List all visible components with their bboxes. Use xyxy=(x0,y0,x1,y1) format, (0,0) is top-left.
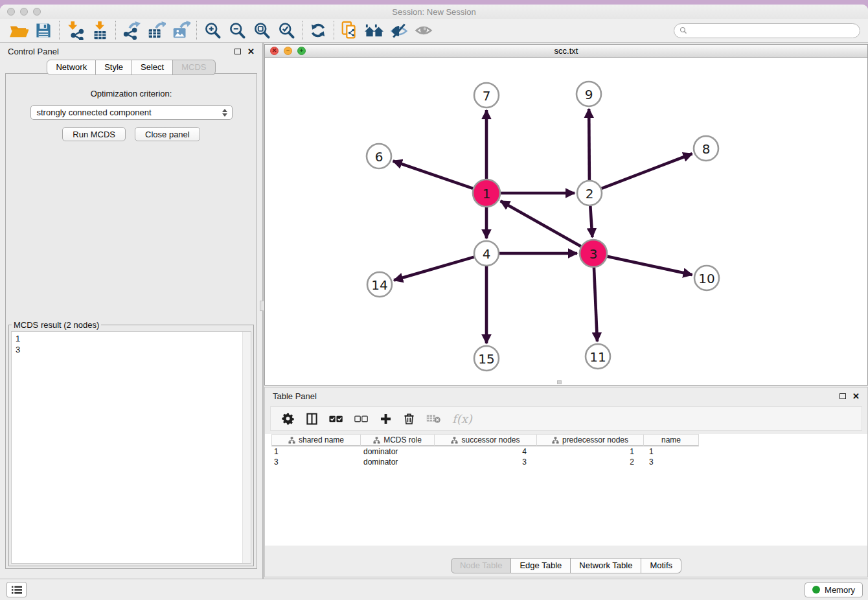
network-canvas[interactable]: 7968124314101511 xyxy=(265,58,867,385)
toolbar-separator xyxy=(302,21,303,40)
deselect-all-button[interactable] xyxy=(354,415,369,423)
table-cell[interactable]: 3 xyxy=(271,457,361,467)
tab-mcds[interactable]: MCDS xyxy=(173,60,215,75)
add-icon xyxy=(380,413,392,425)
mcds-result-title: MCDS result (2 nodes) xyxy=(12,320,101,330)
table-cell[interactable]: 1 xyxy=(644,446,699,457)
show-columns-button[interactable] xyxy=(306,413,318,425)
zoom-fit-icon xyxy=(253,21,271,40)
table-row[interactable]: 1dominator411 xyxy=(271,446,867,457)
zoom-fit-button[interactable] xyxy=(249,20,274,41)
graph-edge-3-10[interactable] xyxy=(607,257,692,275)
export-network-button[interactable] xyxy=(119,20,144,41)
memory-label: Memory xyxy=(825,585,855,595)
graph-node-label: 3 xyxy=(589,246,598,262)
graph-node-label: 6 xyxy=(375,149,383,165)
graph-svg: 7968124314101511 xyxy=(265,58,867,386)
table-cell[interactable]: 3 xyxy=(644,457,699,467)
import-table-icon xyxy=(90,21,109,40)
select-all-button[interactable] xyxy=(329,415,343,423)
column-header-name[interactable]: name xyxy=(644,434,699,446)
tab-motifs[interactable]: Motifs xyxy=(641,558,681,573)
tab-node-table[interactable]: Node Table xyxy=(451,558,512,573)
run-mcds-button[interactable]: Run MCDS xyxy=(62,127,126,141)
float-panel-icon[interactable] xyxy=(234,49,241,54)
delete-table-button-disabled[interactable] xyxy=(426,413,441,424)
result-scrollbar[interactable] xyxy=(242,332,251,563)
zoom-in-button[interactable] xyxy=(200,20,225,41)
memory-button[interactable]: Memory xyxy=(805,583,863,597)
column-header-label: name xyxy=(661,435,681,444)
table-cell[interactable]: dominator xyxy=(361,446,435,457)
table-cell[interactable]: 4 xyxy=(435,446,537,457)
close-panel-button[interactable]: Close panel xyxy=(135,127,200,141)
table-cell[interactable]: 2 xyxy=(537,457,644,467)
export-image-button[interactable] xyxy=(168,20,193,41)
tab-edge-table[interactable]: Edge Table xyxy=(511,558,571,573)
function-builder-button-disabled[interactable]: f(x) xyxy=(452,412,472,426)
table-cell[interactable]: 1 xyxy=(271,446,361,457)
create-column-button[interactable] xyxy=(380,413,392,425)
graph-node-label: 14 xyxy=(371,277,387,293)
table-cell[interactable]: dominator xyxy=(361,457,435,467)
apply-layout-button[interactable] xyxy=(306,20,330,41)
import-table-button[interactable] xyxy=(87,20,112,41)
toggle-graphics-details-button[interactable] xyxy=(387,20,411,41)
control-panel: Control Panel ✕ NetworkStyleSelectMCDS O… xyxy=(0,43,262,579)
open-file-button[interactable] xyxy=(6,20,31,41)
optimization-criterion-label: Optimization criterion: xyxy=(6,89,257,98)
delete-column-button[interactable] xyxy=(403,412,415,425)
save-session-button[interactable] xyxy=(31,20,56,41)
graph-edge-2-9[interactable] xyxy=(589,109,589,180)
search-field[interactable] xyxy=(674,23,860,38)
export-network-icon xyxy=(122,21,141,40)
task-history-button[interactable] xyxy=(6,582,27,597)
tree-icon xyxy=(552,437,559,444)
tab-style[interactable]: Style xyxy=(96,60,132,75)
table-settings-button[interactable] xyxy=(281,412,295,426)
import-network-button[interactable] xyxy=(63,20,87,41)
table-cell[interactable]: 3 xyxy=(435,457,537,467)
show-details-button-disabled[interactable] xyxy=(411,20,436,41)
toolbar-separator xyxy=(196,21,197,40)
zoom-out-button[interactable] xyxy=(225,20,249,41)
table-header-row: shared nameMCDS rolesuccessor nodesprede… xyxy=(265,434,867,446)
column-header-label: shared name xyxy=(299,435,344,444)
column-header-successor-nodes[interactable]: successor nodes xyxy=(435,434,537,446)
window-title: Session: New Session xyxy=(0,7,868,17)
graph-node-label: 9 xyxy=(585,87,593,102)
zoom-selected-button[interactable] xyxy=(274,20,299,41)
table-cell[interactable]: 1 xyxy=(537,446,644,457)
search-input[interactable] xyxy=(691,26,854,35)
graph-edge-3-1[interactable] xyxy=(501,201,581,246)
graph-edge-2-8[interactable] xyxy=(602,154,692,189)
table-body: 1dominator4113dominator323 xyxy=(265,446,867,467)
tab-network[interactable]: Network xyxy=(47,60,96,75)
gear-icon xyxy=(281,412,295,426)
graph-edge-2-3[interactable] xyxy=(590,206,592,237)
table-row[interactable]: 3dominator323 xyxy=(271,457,867,467)
right-region: ✕ − + scc.txt 7968124314101511 xyxy=(264,43,868,579)
column-header-shared-name[interactable]: shared name xyxy=(271,434,361,446)
birds-eye-view-button[interactable] xyxy=(362,20,387,41)
graph-edge-1-6[interactable] xyxy=(393,161,473,188)
criterion-select[interactable]: strongly connected component xyxy=(30,105,233,120)
session-from-network-button[interactable] xyxy=(337,20,362,41)
select-stepper-icon xyxy=(222,109,227,117)
graph-edge-3-11[interactable] xyxy=(594,268,597,341)
export-table-button[interactable] xyxy=(144,20,168,41)
column-header-MCDS-role[interactable]: MCDS role xyxy=(361,434,435,446)
canvas-resize-handle[interactable] xyxy=(557,380,562,384)
float-panel-icon[interactable] xyxy=(839,393,846,399)
trash-icon xyxy=(403,412,415,425)
select-all-icon xyxy=(329,415,343,423)
mcds-result-area[interactable]: 1 3 xyxy=(11,331,251,564)
toolbar-separator xyxy=(115,21,116,40)
tab-select[interactable]: Select xyxy=(132,60,173,75)
tab-network-table[interactable]: Network Table xyxy=(571,558,641,573)
close-panel-icon[interactable]: ✕ xyxy=(852,392,860,400)
graph-edge-4-14[interactable] xyxy=(394,257,474,281)
close-panel-icon[interactable]: ✕ xyxy=(247,47,255,56)
column-header-predecessor-nodes[interactable]: predecessor nodes xyxy=(537,434,644,446)
tree-icon xyxy=(373,437,380,444)
